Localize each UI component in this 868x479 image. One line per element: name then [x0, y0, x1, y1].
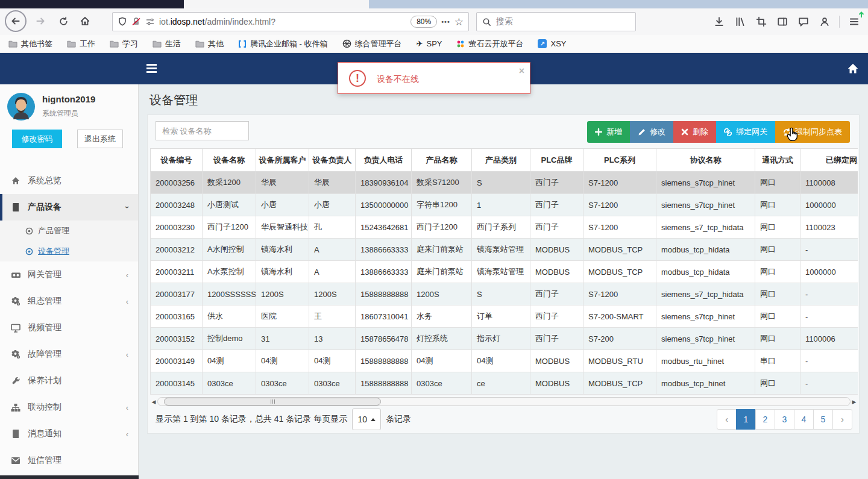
horizontal-scrollbar[interactable]: ◀ ▶ — [150, 396, 858, 407]
scroll-right-arrow[interactable]: ▶ — [851, 396, 858, 407]
submenu-item-product-management[interactable]: 产品管理 — [0, 221, 138, 241]
bookmark-tencent-mail[interactable]: 腾讯企业邮箱 - 收件箱 — [238, 39, 328, 49]
sidebars-button[interactable] — [776, 15, 789, 28]
chevron-left-icon: ‹ — [126, 430, 128, 439]
menu-button[interactable] — [848, 15, 861, 28]
bookmark-star-icon[interactable]: ☆ — [454, 17, 464, 27]
column-header[interactable]: 负责人电话 — [356, 149, 412, 172]
prev-page-button[interactable]: ‹ — [717, 409, 737, 430]
scrollbar-thumb[interactable] — [164, 398, 381, 405]
update-arrow-icon — [858, 11, 865, 18]
table-row[interactable]: 200003165供水医院王18607310041水务订单西门子S7-200-S… — [151, 305, 858, 328]
change-password-button[interactable]: 修改密码 — [12, 130, 62, 148]
column-header[interactable]: 产品类别 — [472, 149, 530, 172]
page-size-dropdown[interactable]: 10 — [352, 409, 381, 430]
menu-item-fault-management[interactable]: 故障管理 ‹ — [0, 341, 138, 368]
delete-button[interactable]: 删除 — [673, 121, 716, 143]
bookmark-folder-work[interactable]: 工作 — [67, 39, 95, 49]
bind-gateway-button[interactable]: 绑定网关 — [716, 121, 775, 143]
table-row[interactable]: 2000031450303ce0303ce0303ce1588888888803… — [151, 372, 858, 395]
page-button[interactable]: 4 — [794, 409, 814, 430]
avatar[interactable] — [7, 93, 35, 121]
menu-item-config-management[interactable]: 组态管理 ‹ — [0, 288, 138, 315]
table-row[interactable]: 200003256数采1200华辰华辰18390936104数采S71200S西… — [151, 172, 858, 194]
bookmark-spy[interactable]: ✈ SPY — [417, 39, 442, 48]
menu-item-linkage-control[interactable]: 联动控制 ‹ — [0, 394, 138, 421]
table-cell: 镇海泵站管理 — [472, 239, 530, 261]
menu-item-video-management[interactable]: 视频管理 — [0, 315, 138, 341]
permissions-icon[interactable] — [145, 17, 155, 27]
bookmark-yingshi-cloud[interactable]: 萤石云开放平台 — [456, 39, 523, 49]
column-header[interactable]: 已绑定网关 — [800, 149, 858, 172]
bookmark-folder-study[interactable]: 学习 — [110, 39, 138, 49]
pocket-button[interactable] — [797, 15, 810, 28]
scrollbar-track[interactable] — [157, 397, 851, 406]
bookmark-xsy[interactable]: ↗ XSY — [538, 39, 566, 48]
table-row[interactable]: 200003248小唐测试小唐小唐13500000000字符串12001西门子S… — [151, 194, 858, 216]
table-row[interactable]: 20000314904测04测04测1588888888804测04测MODBU… — [151, 350, 858, 372]
table-row[interactable]: 200003211A水泵控制镇海水利A13886663333庭来门前泵站镇海泵站… — [151, 261, 858, 283]
table-cell: 200003256 — [151, 172, 203, 194]
forward-button[interactable] — [33, 13, 48, 29]
column-header[interactable]: 设备编号 — [151, 149, 203, 172]
page-button[interactable]: 3 — [775, 409, 794, 430]
scroll-left-arrow[interactable]: ◀ — [150, 396, 157, 407]
logout-button[interactable]: 退出系统 — [77, 130, 123, 148]
column-header[interactable]: PLC品牌 — [530, 149, 583, 172]
next-page-button[interactable]: › — [832, 409, 852, 430]
column-header[interactable]: 协议名称 — [656, 149, 755, 172]
table-row[interactable]: 200003152控制demo311315878656478灯控系统指示灯西门子… — [151, 328, 858, 350]
page-button[interactable]: 2 — [755, 409, 775, 430]
table-cell: 庭来门前泵站 — [412, 239, 472, 261]
column-header[interactable]: 设备所属客户 — [256, 149, 309, 172]
zoom-level-badge[interactable]: 80% — [410, 16, 437, 28]
bookmark-folder-misc[interactable]: 其他 — [195, 39, 224, 49]
submenu-item-device-management[interactable]: 设备管理 — [0, 241, 138, 261]
menu-item-system-overview[interactable]: 系统总览 — [0, 167, 138, 194]
browser-search-bar[interactable]: 搜索 — [476, 12, 636, 31]
username: hignton2019 — [42, 94, 95, 104]
insecure-lock-icon[interactable] — [131, 17, 141, 27]
shield-icon[interactable] — [118, 17, 127, 27]
add-button[interactable]: 新增 — [587, 121, 630, 143]
menu-item-maintenance-plan[interactable]: 保养计划 — [0, 368, 138, 394]
bookmark-folder-life[interactable]: 生活 — [153, 39, 181, 49]
column-header[interactable]: 通讯方式 — [755, 149, 800, 172]
column-header[interactable]: PLC系列 — [583, 149, 656, 172]
url-bar[interactable]: iot.idosp.net/admin/index.html? 80% ••• … — [112, 12, 469, 31]
back-button[interactable] — [5, 10, 27, 32]
table-row[interactable]: 2000031771200SSSSSS1200S1200S15888888888… — [151, 283, 858, 305]
page-actions-icon[interactable]: ••• — [441, 18, 450, 25]
column-header[interactable]: 设备负责人 — [309, 149, 356, 172]
edit-button[interactable]: 修改 — [630, 121, 673, 143]
table-row[interactable]: 200003230西门子1200华辰智通科技孔15243642681西门子120… — [151, 216, 858, 239]
folder-icon — [8, 40, 17, 48]
chevron-left-icon: ‹ — [126, 297, 128, 306]
menu-item-gateway-management[interactable]: 网关管理 ‹ — [0, 261, 138, 288]
table-cell: 15888888888 — [356, 350, 412, 372]
reload-button[interactable] — [55, 13, 71, 29]
library-button[interactable] — [734, 15, 747, 28]
menu-item-message-notify[interactable]: 消息通知 ‹ — [0, 421, 138, 447]
home-button[interactable] — [77, 13, 93, 29]
bookmark-folder-other[interactable]: 其他书签 — [8, 39, 52, 49]
column-header[interactable]: 设备名称 — [203, 149, 256, 172]
menu-item-product-device[interactable]: 产品设备 › — [0, 194, 138, 221]
table-cell: 网口 — [755, 216, 800, 239]
account-button[interactable] — [818, 15, 831, 28]
navbar-home-button[interactable] — [846, 62, 860, 75]
table-row[interactable]: 200003212A水闸控制镇海水利A13886663333庭来门前泵站镇海泵站… — [151, 239, 858, 261]
alert-close-icon[interactable]: × — [519, 66, 524, 77]
column-header[interactable]: 产品名称 — [412, 149, 472, 172]
sidebar-toggle-button[interactable] — [146, 64, 157, 75]
menu-item-sms-management[interactable]: 短信管理 — [0, 447, 138, 474]
table-cell: MODBUS — [530, 372, 583, 395]
downloads-button[interactable] — [712, 15, 726, 28]
screenshot-button[interactable] — [755, 15, 768, 28]
page-button[interactable]: 5 — [813, 409, 833, 430]
bookmark-mgmt-platform[interactable]: 综合管理平台 — [342, 39, 402, 49]
device-search-input[interactable] — [156, 121, 249, 140]
page-button[interactable]: 1 — [736, 409, 756, 430]
home-icon — [846, 62, 860, 75]
table-cell: MODBUS_TCP — [583, 372, 656, 395]
